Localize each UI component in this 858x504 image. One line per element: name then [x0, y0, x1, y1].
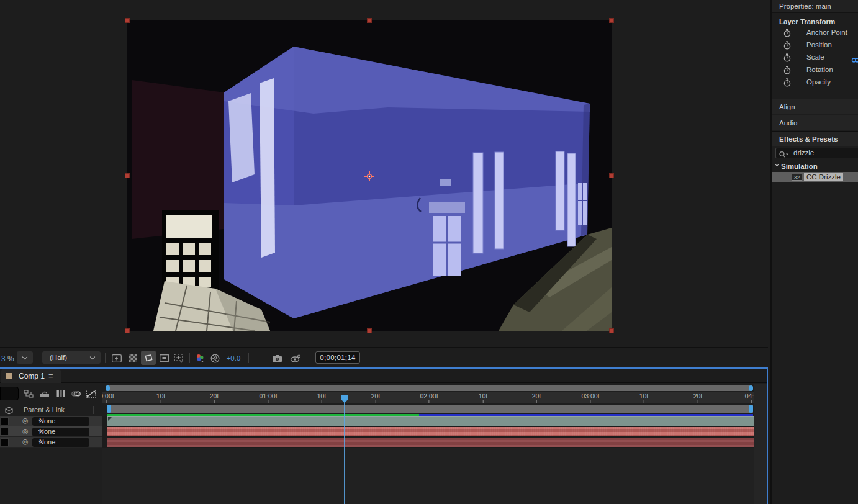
- chevron-down-icon: [90, 354, 95, 359]
- pickwhip-icon[interactable]: ◎: [22, 416, 29, 425]
- ruler-tick: 20f: [693, 392, 703, 403]
- stopwatch-icon[interactable]: [783, 41, 791, 52]
- zoom-dropdown-button[interactable]: [17, 351, 33, 364]
- effect-32bpc-badge: 32: [792, 174, 802, 181]
- show-snapshot-icon[interactable]: [289, 352, 302, 364]
- layer-switch-box[interactable]: [1, 417, 9, 425]
- pickwhip-icon[interactable]: ◎: [22, 438, 29, 446]
- ruler-tick: 10f: [156, 392, 166, 403]
- mini-flowchart-icon[interactable]: [22, 389, 35, 398]
- current-time-field[interactable]: [0, 387, 19, 400]
- layer-row-2-controls: ◎ None: [0, 426, 102, 437]
- selection-handle-bottom-left[interactable]: [125, 328, 130, 333]
- property-row-anchor-point: Anchor Point: [772, 27, 858, 39]
- ruler-tick: 10f: [479, 392, 488, 403]
- parent-dropdown-2[interactable]: None: [32, 428, 89, 436]
- mask-visibility-toggle-icon[interactable]: [141, 351, 156, 365]
- ruler-tick: 04:0: [745, 392, 754, 403]
- ruler-tick: 03:00f: [581, 392, 599, 403]
- grid-guides-options-icon[interactable]: [172, 352, 186, 364]
- take-snapshot-icon[interactable]: [271, 352, 283, 364]
- selection-handle-mid-left[interactable]: [125, 173, 130, 178]
- adjust-exposure-icon[interactable]: [209, 352, 220, 364]
- anchor-point-icon[interactable]: [364, 171, 374, 181]
- parent-link-column-header[interactable]: Parent & Link: [24, 406, 65, 413]
- composition-panel: 3 % (Half): [0, 0, 768, 367]
- selection-handle-top-center[interactable]: [367, 18, 372, 23]
- stopwatch-icon[interactable]: [783, 29, 791, 40]
- effects-search-field[interactable]: [775, 148, 858, 158]
- stopwatch-icon[interactable]: [783, 78, 791, 89]
- layer-track-2: [102, 426, 754, 437]
- region-of-interest-icon[interactable]: [157, 352, 171, 364]
- stopwatch-icon[interactable]: [783, 66, 791, 77]
- property-row-rotation: Rotation: [772, 64, 858, 76]
- search-input[interactable]: [793, 148, 856, 157]
- pickwhip-icon[interactable]: ◎: [22, 427, 29, 435]
- scrollbar-right-cap[interactable]: [749, 385, 753, 391]
- ruler-tick: 20f: [532, 392, 541, 403]
- effect-item-cc-drizzle[interactable]: 32 CC Drizzle: [772, 172, 858, 182]
- layer-duration-bar-2[interactable]: [107, 427, 754, 436]
- time-ruler[interactable]: 0:00f 10f 20f 01:00f 10f 20f 02:00f 10f …: [102, 392, 754, 403]
- properties-title: Properties: main: [772, 2, 831, 10]
- viewport-timecode[interactable]: 0;00;01;14: [315, 351, 360, 364]
- resolution-dropdown[interactable]: (Half): [42, 351, 101, 364]
- ruler-tick: 10f: [317, 392, 327, 403]
- chevron-down-icon: [22, 354, 27, 359]
- timeline-empty-left: [0, 448, 102, 504]
- scrollbar-left-cap[interactable]: [106, 385, 110, 391]
- panel-menu-icon[interactable]: ≡: [48, 371, 53, 380]
- layer-track-1: [102, 416, 754, 426]
- layer-switch-box[interactable]: [1, 428, 9, 436]
- layer-duration-bar-3[interactable]: [107, 438, 754, 447]
- comp-label-color-swatch: [6, 373, 12, 379]
- show-channel-icon[interactable]: [194, 352, 206, 364]
- zoom-level[interactable]: 3 %: [1, 354, 14, 363]
- selection-handle-top-left[interactable]: [125, 18, 130, 23]
- ruler-tick: 01:00f: [259, 392, 277, 403]
- ruler-tick: 20f: [210, 392, 219, 403]
- graph-editor-icon[interactable]: [84, 389, 97, 398]
- timeline-scrollbar[interactable]: [106, 385, 753, 391]
- effects-category-simulation[interactable]: Simulation: [772, 162, 858, 172]
- column-divider[interactable]: [102, 384, 102, 504]
- selection-handle-bottom-center[interactable]: [367, 328, 372, 333]
- properties-panel-header[interactable]: Properties: main: [772, 0, 858, 13]
- chevron-down-icon: [775, 162, 779, 166]
- effect-item-label: CC Drizzle: [804, 173, 843, 181]
- ruler-tick: 10f: [639, 392, 649, 403]
- align-panel-header[interactable]: Align: [772, 99, 858, 114]
- work-area-bar[interactable]: [107, 405, 753, 413]
- layer-row-1-controls: ◎ None: [0, 416, 102, 426]
- selection-handle-bottom-right[interactable]: [609, 328, 614, 333]
- layer-transform-section[interactable]: Layer Transform: [772, 16, 858, 27]
- motion-blur-icon[interactable]: [70, 389, 82, 398]
- fast-previews-icon[interactable]: [110, 352, 124, 364]
- tab-label: Comp 1: [19, 372, 45, 380]
- timeline-empty-track: [102, 448, 754, 504]
- hide-shy-layers-icon[interactable]: [38, 389, 51, 398]
- selection-handle-mid-right[interactable]: [609, 173, 614, 178]
- parent-dropdown-3[interactable]: None: [32, 438, 89, 447]
- work-area-start-handle[interactable]: [107, 405, 111, 413]
- frame-blending-icon[interactable]: [55, 389, 67, 398]
- tab-comp-1[interactable]: Comp 1 ≡: [1, 369, 61, 383]
- layer-switch-box[interactable]: [1, 438, 9, 446]
- layer-duration-bar-1[interactable]: [107, 416, 754, 426]
- audio-panel-header[interactable]: Audio: [772, 115, 858, 130]
- work-area-end-handle[interactable]: [749, 405, 753, 413]
- effects-presets-panel-header[interactable]: Effects & Presets: [772, 131, 858, 146]
- property-row-opacity: Opacity: [772, 76, 858, 89]
- selection-handle-top-right[interactable]: [609, 18, 614, 23]
- timeline-right-gutter: [754, 384, 767, 504]
- stopwatch-icon[interactable]: [783, 53, 791, 65]
- timeline-panel: Comp 1 ≡ 0: [0, 367, 768, 504]
- timeline-tab-bar: Comp 1 ≡: [0, 369, 767, 383]
- timeline-column-header: Parent & Link: [0, 405, 102, 416]
- transparency-grid-icon[interactable]: [126, 352, 140, 364]
- playhead-line[interactable]: [344, 397, 345, 504]
- ruler-tick: 0:00f: [102, 392, 114, 403]
- parent-dropdown-1[interactable]: None: [32, 417, 89, 426]
- exposure-value[interactable]: +0.0: [222, 352, 245, 364]
